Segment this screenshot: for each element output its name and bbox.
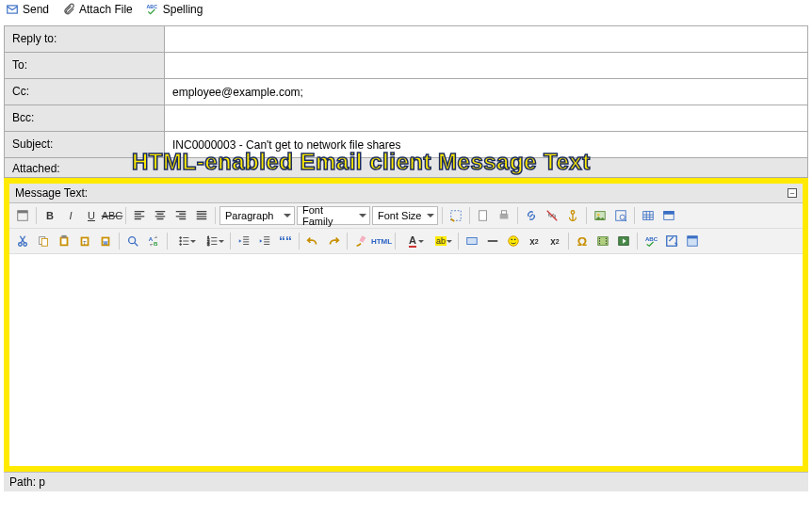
spellcheck-button[interactable]: ABC — [641, 232, 660, 250]
outdent-button[interactable] — [235, 232, 253, 250]
rte-toolbar-2: T W AB 123 ““ HTML A ab x2 x2 Ω ABC — [9, 229, 803, 254]
image-button[interactable] — [591, 206, 609, 225]
send-label: Send — [23, 3, 49, 16]
svg-text:ABC: ABC — [146, 4, 157, 9]
paste-word-button[interactable]: W — [96, 232, 115, 250]
find-button[interactable] — [123, 232, 142, 250]
attach-label: Attach File — [79, 3, 133, 16]
svg-point-44 — [599, 238, 600, 239]
template-button[interactable] — [683, 232, 702, 250]
toggle-toolbar-button[interactable] — [13, 206, 32, 225]
superscript-button[interactable]: x2 — [545, 232, 564, 250]
paste-text-button[interactable]: T — [75, 232, 94, 250]
svg-point-32 — [180, 237, 182, 239]
svg-rect-13 — [643, 212, 654, 220]
subject-input[interactable] — [165, 132, 807, 157]
fullscreen-button[interactable] — [662, 232, 681, 250]
top-action-bar: Send Attach File ABC Spelling — [0, 0, 812, 20]
reply-to-label: Reply to: — [5, 26, 165, 52]
redo-button[interactable] — [324, 232, 343, 250]
align-right-button[interactable] — [171, 206, 190, 225]
flash-button[interactable] — [614, 232, 633, 250]
underline-button[interactable]: U — [82, 206, 101, 225]
subscript-button[interactable]: x2 — [525, 232, 544, 250]
svg-point-49 — [606, 243, 607, 244]
indent-button[interactable] — [255, 232, 274, 250]
svg-rect-54 — [688, 236, 698, 239]
svg-rect-21 — [61, 238, 66, 244]
send-button[interactable]: Send — [6, 3, 49, 16]
svg-rect-52 — [667, 236, 677, 247]
bold-button[interactable]: B — [41, 206, 59, 225]
copy-button[interactable] — [34, 232, 53, 250]
bcc-input[interactable] — [165, 105, 807, 131]
cut-button[interactable] — [13, 232, 32, 250]
bullet-list-button[interactable] — [171, 232, 198, 250]
print-button[interactable] — [495, 206, 513, 225]
reply-to-input[interactable] — [165, 26, 807, 52]
table-button[interactable] — [639, 206, 658, 225]
attach-file-button[interactable]: Attach File — [62, 3, 133, 16]
code-button[interactable] — [659, 206, 678, 225]
new-document-button[interactable] — [474, 206, 493, 225]
svg-rect-15 — [664, 212, 674, 215]
italic-button[interactable]: I — [61, 206, 80, 225]
layer-button[interactable] — [463, 232, 481, 250]
special-char-button[interactable]: Ω — [573, 232, 592, 250]
svg-text:ABC: ABC — [645, 235, 658, 242]
paste-button[interactable] — [55, 232, 73, 250]
attached-label: Attached: — [4, 157, 808, 178]
link-button[interactable] — [522, 206, 541, 225]
editor-frame: Message Text: – B I U ABC Paragraph Font… — [4, 178, 808, 472]
bcc-label: Bcc: — [5, 105, 165, 131]
svg-point-33 — [180, 240, 182, 242]
highlight-color-button[interactable]: ab — [428, 232, 454, 250]
header-fields: Reply to: To: Cc: Bcc: Subject: Attached… — [4, 25, 808, 178]
svg-point-40 — [509, 236, 519, 247]
svg-point-34 — [180, 244, 182, 246]
spelling-label: Spelling — [163, 3, 203, 16]
svg-point-17 — [24, 243, 27, 247]
svg-rect-7 — [501, 211, 506, 215]
svg-rect-5 — [479, 211, 487, 221]
to-label: To: — [5, 53, 165, 78]
collapse-button[interactable]: – — [788, 188, 797, 198]
cc-input[interactable] — [165, 79, 807, 105]
svg-point-10 — [597, 214, 600, 217]
font-family-select[interactable]: Font Family — [297, 206, 370, 225]
replace-button[interactable]: AB — [144, 232, 163, 250]
hr-button[interactable] — [483, 232, 502, 250]
text-color-button[interactable]: A — [399, 232, 426, 250]
preview-button[interactable] — [611, 206, 630, 225]
svg-point-48 — [606, 240, 607, 241]
to-input[interactable] — [165, 53, 807, 78]
html-source-button[interactable]: HTML — [372, 232, 391, 250]
select-all-button[interactable] — [447, 206, 465, 225]
anchor-button[interactable] — [563, 206, 582, 225]
svg-rect-6 — [500, 214, 509, 218]
spelling-button[interactable]: ABC Spelling — [146, 3, 203, 16]
subject-label: Subject: — [5, 132, 165, 157]
editor-body[interactable] — [9, 254, 803, 466]
envelope-icon — [6, 3, 19, 16]
align-left-button[interactable] — [130, 206, 149, 225]
unlink-button[interactable] — [543, 206, 561, 225]
undo-button[interactable] — [303, 232, 322, 250]
media-button[interactable] — [593, 232, 612, 250]
align-center-button[interactable] — [151, 206, 170, 225]
path-bar: Path: p — [4, 472, 808, 491]
svg-point-45 — [599, 240, 600, 241]
blockquote-button[interactable]: ““ — [276, 232, 295, 250]
svg-point-46 — [599, 243, 600, 244]
svg-rect-19 — [41, 238, 47, 246]
strikethrough-button[interactable]: ABC — [103, 206, 122, 225]
svg-point-8 — [571, 211, 575, 215]
font-size-select[interactable]: Font Size — [372, 206, 438, 225]
remove-format-button[interactable] — [351, 232, 370, 250]
emoticon-button[interactable] — [504, 232, 523, 250]
align-justify-button[interactable] — [192, 206, 211, 225]
paragraph-select[interactable]: Paragraph — [219, 206, 295, 225]
svg-text:W: W — [103, 240, 107, 246]
rte-toolbar-1: B I U ABC Paragraph Font Family Font Siz… — [9, 203, 803, 229]
numbered-list-button[interactable]: 123 — [200, 232, 226, 250]
